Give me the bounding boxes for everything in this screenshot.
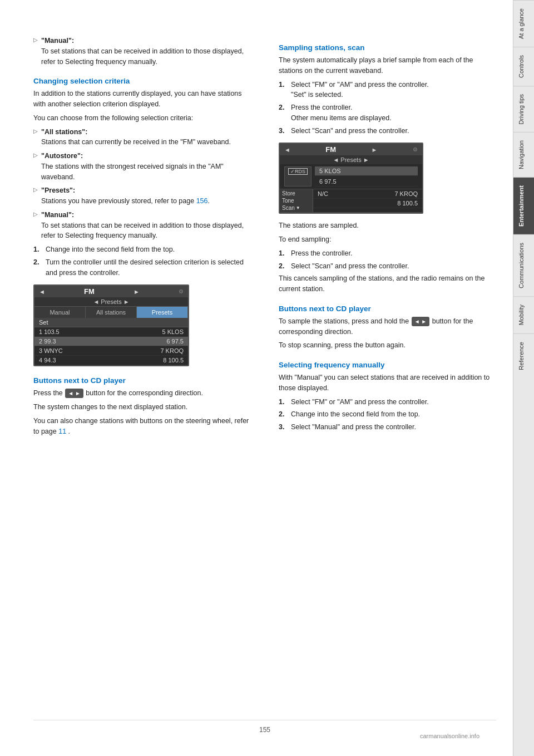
sidebar-tab-reference[interactable]: Reference — [513, 333, 535, 378]
buttons-cd-heading-left: Buttons next to CD player — [33, 376, 251, 385]
step-num-2: 2. — [33, 257, 41, 268]
manual-bullet-2: ▷ "Manual": To set stations that can be … — [33, 210, 251, 241]
sidebar-tab-entertainment[interactable]: Entertainment — [513, 177, 535, 234]
two-column-layout: ▷ "Manual": To set stations that can be … — [33, 33, 496, 709]
ctrl-button-icon: ◄ ► — [65, 389, 83, 398]
triangle-icon: ▷ — [33, 128, 38, 134]
ss-icon-row: ✓RDS 5 KLOS 6 97.5 — [280, 164, 422, 189]
buttons-cd-text3: The system changes to the next displayed… — [33, 402, 251, 413]
rs-row-4: 4 94.3 8 100.5 — [34, 356, 188, 365]
autostore-bullet: ▷ "Autostore": The stations with the str… — [33, 151, 251, 182]
scan-step-num-1: 1. — [279, 80, 286, 90]
freq-num-2: 2. — [279, 409, 286, 420]
page-11-link[interactable]: 11 — [58, 428, 66, 435]
ss-scan-row-1: 5 KLOS — [315, 166, 418, 176]
sidebar-tab-at-a-glance[interactable]: At a glance — [513, 0, 535, 47]
freq-step-3: 3. Select "Manual" and press the control… — [279, 422, 496, 433]
all-stations-label: "All stations": — [41, 128, 87, 136]
sampling-intro: The system automatically plays a brief s… — [279, 55, 496, 76]
ss-hdr-right: ► — [372, 146, 378, 153]
ss-scan: Scan ▼ — [282, 205, 310, 211]
scan-step-num-3: 3. — [279, 126, 286, 136]
end-text-1: Press the controller. — [291, 248, 352, 259]
ss-kroq: 7 KROQ — [394, 190, 418, 197]
ctrl-btn-right: ◄ ► — [412, 317, 430, 326]
scan-step-1: 1. Select "FM" or "AM" and press the con… — [279, 80, 496, 101]
ss-klos: 5 KLOS — [319, 168, 341, 174]
selecting-freq-intro: With "Manual" you can select stations th… — [279, 372, 496, 394]
ss-scan-row-2: 6 97.5 — [315, 177, 418, 186]
manual-bullet-top: ▷ "Manual": To set stations that can be … — [33, 36, 251, 67]
right-column: Sampling stations, scan The system autom… — [273, 33, 496, 709]
sidebar-tab-navigation[interactable]: Navigation — [513, 132, 535, 177]
all-stations-content: "All stations": Stations that can curren… — [41, 127, 231, 148]
freq-step-1: 1. Select "FM" or "AM" and press the con… — [279, 397, 496, 408]
scan-step-2: 2. Press the controller.Other menu items… — [279, 102, 496, 124]
rs-header: ◄ FM ► ⚙ — [34, 286, 188, 297]
autostore-label: "Autostore": — [41, 152, 83, 160]
manual-text-2: To set stations that can be received in … — [41, 222, 244, 240]
rs-row-2-left: 2 99.3 — [39, 338, 83, 345]
sidebar-tab-driving-tips[interactable]: Driving tips — [513, 86, 535, 132]
ss-right-col: 5 KLOS 6 97.5 — [315, 166, 418, 186]
manual-content-2: "Manual": To set stations that can be re… — [41, 210, 251, 241]
sidebar-tab-communications[interactable]: Communications — [513, 234, 535, 296]
manual-label-2: "Manual": — [41, 211, 74, 219]
all-stations-text: Stations that can currently be received … — [41, 138, 231, 146]
left-column: ▷ "Manual": To set stations that can be … — [33, 33, 256, 709]
cd-btn-text1: To sample the stations, press and hold t… — [279, 316, 496, 337]
step-2-turn: 2. Turn the controller until the desired… — [33, 257, 251, 278]
rs-tab-allstations: All stations — [86, 307, 137, 318]
rs-row-3: 3 WNYC 7 KROQ — [34, 346, 188, 356]
ss-icon-row-2: Store Tone Scan ▼ N/C 7 KROQ 8 100.5 — [280, 189, 422, 213]
end-sampling-text: To end sampling: — [279, 234, 496, 245]
ss-store: Store — [282, 190, 310, 197]
step-num-1: 1. — [33, 244, 41, 255]
ss-hdr-fm: FM — [325, 145, 336, 154]
sidebar-tab-mobility[interactable]: Mobility — [513, 296, 535, 333]
ss-row-1005: 8 100.5 — [313, 199, 422, 208]
autostore-content: "Autostore": The stations with the stron… — [41, 151, 251, 182]
changing-section-heading: Changing selection criteria — [33, 77, 251, 85]
rs-row-3-right: 7 KROQ — [160, 347, 184, 354]
manual-label: "Manual": — [41, 37, 74, 45]
presets-bullet: ▷ "Presets": Stations you have previousl… — [33, 185, 251, 207]
buttons-cd-heading-right: Buttons next to CD player — [279, 305, 496, 313]
rs-row-2: 2 99.3 6 97.5 — [34, 337, 188, 346]
ss-icon-rds: ✓RDS — [284, 166, 312, 186]
freq-num-1: 1. — [279, 397, 286, 408]
rs-row-4-right: 8 100.5 — [163, 357, 184, 364]
freq-text-1: Select "FM" or "AM" and press the contro… — [291, 397, 429, 408]
freq-num-3: 3. — [279, 422, 286, 433]
rs-row-2-right: 6 97.5 — [166, 338, 184, 345]
scan-step-text-3: Select "Scan" and press the controller. — [291, 126, 409, 136]
end-num-2: 2. — [279, 261, 286, 272]
scan-step-text-1: Select "FM" or "AM" and press the contro… — [291, 80, 429, 101]
rs-subheader: ◄ Presets ► — [34, 297, 188, 307]
freq-step-2: 2. Change into the second field from the… — [279, 409, 496, 420]
rs-tab-manual: Manual — [34, 307, 86, 318]
selecting-freq-heading: Selecting frequency manually — [279, 361, 496, 369]
rs-row-1-left: 1 103.5 — [39, 328, 83, 335]
ss-1005: 8 100.5 — [397, 200, 418, 207]
sampling-heading: Sampling stations, scan — [279, 43, 496, 52]
step-1-change: 1. Change into the second field from the… — [33, 244, 251, 255]
ss-station-list: N/C 7 KROQ 8 100.5 — [313, 189, 422, 212]
end-step-1: 1. Press the controller. — [279, 248, 496, 259]
sidebar-tab-controls[interactable]: Controls — [513, 47, 535, 86]
ss-header: ◄ FM ► ⚙ — [280, 144, 422, 155]
step-text-1: Change into the second field from the to… — [46, 244, 175, 255]
rs-set-row: Set — [34, 318, 188, 327]
manual-text: To set stations that can be received in … — [41, 47, 244, 66]
ss-hdr-left: ◄ — [284, 146, 290, 153]
presets-page-link[interactable]: 156 — [196, 197, 208, 205]
scan-screen: ◄ FM ► ⚙ ◄ Presets ► ✓RDS 5 KLOS — [279, 143, 423, 214]
all-stations-bullet: ▷ "All stations": Stations that can curr… — [33, 127, 251, 148]
changing-intro2: You can choose from the following select… — [33, 113, 251, 124]
buttons-cd-text1: Press the ◄ ► button for the correspondi… — [33, 388, 251, 399]
triangle-icon: ▷ — [33, 37, 38, 43]
end-text-2: Select "Scan" and press the controller. — [291, 261, 409, 272]
ss-subheader: ◄ Presets ► — [280, 155, 422, 164]
end-num-1: 1. — [279, 248, 286, 259]
rs-header-right: ► — [134, 288, 140, 295]
